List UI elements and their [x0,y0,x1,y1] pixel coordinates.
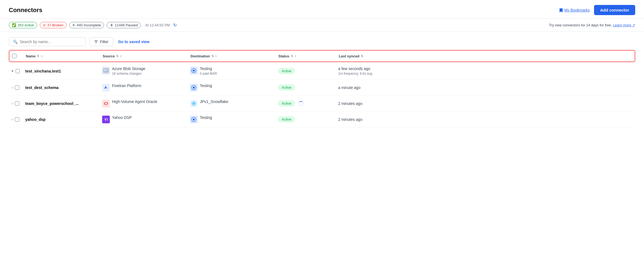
row4-source: Y! Yahoo DSP [99,115,187,123]
refresh-button[interactable]: ↻ [173,23,177,28]
search-icon: 🔍 [13,40,18,44]
promo-text: Try new connectors for 14 days for free.… [549,23,635,27]
row1-source-icon [102,67,110,74]
row3-source-icon [102,100,110,107]
row4-destination: Testing [187,115,275,123]
row4-status: Active [275,116,335,122]
table-header: Name ⇅ ≡ Source ⇅ ≡ Destination ⇅ ≡ Stat… [9,50,635,62]
row3-destination: JPv1_Snowflake [187,99,275,107]
th-status: Status ⇅ ≡ [276,54,336,58]
row2-destination: Testing [187,83,275,91]
row2-expand-button[interactable]: › [12,85,13,90]
header-bar: Connectors My Bookmarks Add connector [0,0,644,19]
row2-checkbox[interactable] [15,85,19,90]
table-row: › team_boyce_powerschool_... High-Volume… [9,96,635,112]
toolbar: 🔍 Filter Go to saved view [0,32,644,50]
th-last-synced: Last synced ⇅ [336,54,635,58]
th-source: Source ⇅ ≡ [100,54,188,58]
my-bookmarks-link[interactable]: My Bookmarks [559,8,590,12]
row3-name: team_boyce_powerschool_... [23,101,99,106]
row4-dest-icon [190,116,198,123]
broken-icon: ⊘ [43,23,46,27]
row4-source-icon: Y! [102,116,110,123]
th-name: Name ⇅ ≡ [23,54,100,58]
loading-spinner [298,101,303,106]
dest-sort-icon[interactable]: ⇅ [211,54,214,58]
row2-last-synced: a minute ago [335,85,635,90]
table-row: › yahoo_dsp Y! Yahoo DSP Testing [9,112,635,127]
row4-controls: › [9,117,23,122]
svg-point-8 [193,70,195,72]
table-container: Name ⇅ ≡ Source ⇅ ≡ Destination ⇅ ≡ Stat… [0,50,644,127]
status-group-icon[interactable]: ≡ [295,54,296,58]
learn-more-link[interactable]: Learn more ↗ [613,23,635,27]
row4-checkbox[interactable] [15,117,19,122]
paused-icon: ⏸ [110,23,113,27]
table-row: ▾ test_sinchana.test1 Azure Blob Storage… [9,63,635,80]
row1-name: test_sinchana.test1 [23,69,99,73]
incomplete-icon: ✕ [72,23,75,27]
row3-dest-icon [190,100,198,107]
svg-rect-4 [104,69,106,71]
row2-dest-icon [190,84,198,91]
row2-status: Active [275,84,335,91]
svg-point-23 [193,119,195,121]
row4-last-synced: 2 minutes ago [335,117,635,122]
row1-dest-icon [190,67,198,74]
source-sort-icon[interactable]: ⇅ [116,54,119,58]
last-synced-sort-icon[interactable]: ⇅ [361,54,363,58]
table-row: › test_dest_schema Fivetran Platform [9,80,635,96]
th-destination: Destination ⇅ ≡ [188,54,276,58]
filter-button[interactable]: Filter [89,37,113,46]
row4-name: yahoo_dsp [23,117,99,122]
row1-source: Azure Blob Storage 18 schema changes [99,66,187,76]
active-icon: ✅ [12,23,16,27]
saved-view-button[interactable]: Go to saved view [117,38,150,46]
row1-expand-button[interactable]: ▾ [12,69,13,73]
th-checkbox [9,54,23,58]
incomplete-badge[interactable]: ✕ 440 Incomplete [69,22,104,28]
source-group-icon[interactable]: ≡ [120,54,122,58]
search-box: 🔍 [9,37,86,46]
add-connector-button[interactable]: Add connector [594,5,635,15]
stats-bar: ✅ 263 Active ⊘ 37 Broken ✕ 440 Incomplet… [0,19,644,32]
row3-last-synced: 2 minutes ago [335,101,635,106]
svg-rect-6 [107,71,108,71]
row3-expand-button[interactable]: › [12,101,13,105]
svg-rect-5 [107,69,108,70]
svg-text:Y!: Y! [104,118,108,122]
row3-controls: › [9,101,23,106]
header-right: My Bookmarks Add connector [559,5,635,15]
row1-checkbox[interactable] [16,69,20,73]
row4-expand-button[interactable]: › [12,117,13,121]
filter-icon [94,40,98,43]
name-group-icon[interactable]: ≡ [41,54,42,58]
broken-badge[interactable]: ⊘ 37 Broken [40,22,66,28]
row3-status: Active [275,100,335,107]
status-sort-icon[interactable]: ⇅ [291,54,293,58]
svg-point-14 [105,103,107,105]
page-title: Connectors [9,7,42,14]
row2-controls: › [9,85,23,90]
bookmark-icon [559,8,563,12]
row3-source: High-Volume Agent Oracle [99,99,187,107]
row1-status: Active [275,68,335,74]
row1-last-synced: a few seconds ago 1m frequency, 9.0s avg [335,66,635,76]
row2-source: Fivetran Platform [99,83,187,91]
row3-checkbox[interactable] [15,101,19,106]
row1-destination: Testing 0 paid MAR [187,66,275,76]
name-sort-icon[interactable]: ⇅ [37,54,39,58]
select-all-checkbox[interactable] [12,54,16,58]
search-input[interactable] [20,40,82,44]
svg-point-11 [193,87,195,89]
dest-group-icon[interactable]: ≡ [215,54,217,58]
row1-controls: ▾ [9,69,23,73]
refresh-time: At 12:44:50 PM [145,23,170,27]
row2-name: test_dest_schema [23,85,99,90]
active-badge[interactable]: ✅ 263 Active [9,22,37,28]
paused-badge[interactable]: ⏸ 11448 Paused [107,22,141,28]
row2-source-icon [102,84,110,91]
